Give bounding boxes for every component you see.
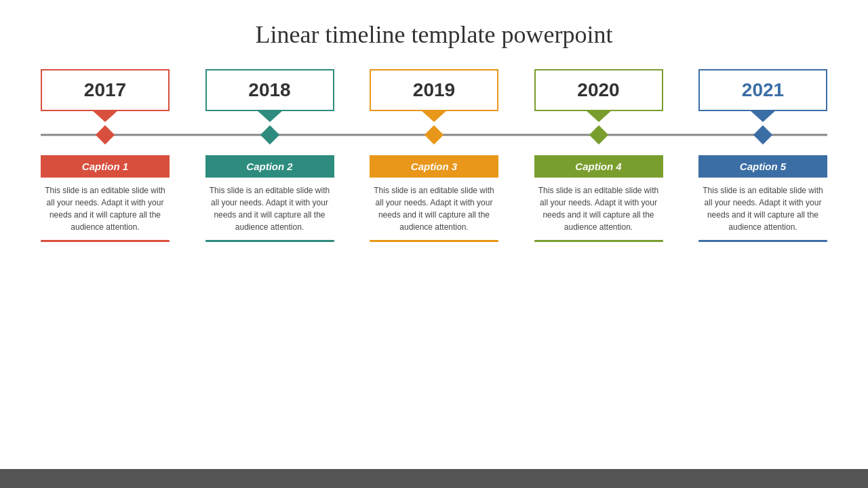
diamond-3 — [425, 125, 443, 144]
caption-row: Caption 1 This slide is an editable slid… — [27, 155, 841, 242]
year-box-4: 2020 — [534, 69, 663, 111]
caption-underline-2 — [205, 240, 334, 242]
caption-header-2: Caption 2 — [205, 155, 334, 178]
year-box-3: 2019 — [370, 69, 498, 111]
caption-underline-1 — [41, 240, 170, 242]
diamond-1 — [96, 125, 115, 144]
caption-body-1: This slide is an editable slide with all… — [41, 184, 170, 233]
year-label-3: 2019 — [413, 79, 455, 101]
caption-body-2: This slide is an editable slide with all… — [205, 184, 334, 233]
year-banners-row: 2017 2018 2019 2020 2021 — [27, 69, 841, 111]
diamond-2 — [260, 125, 279, 144]
footer-bar — [0, 469, 868, 488]
diamond-row — [41, 128, 827, 142]
year-banner-5: 2021 — [698, 69, 827, 111]
timeline-area: 2017 2018 2019 2020 2021 — [27, 69, 841, 455]
caption-body-4: This slide is an editable slide with all… — [534, 184, 663, 233]
caption-body-3: This slide is an editable slide with all… — [370, 184, 498, 233]
caption-header-3: Caption 3 — [370, 155, 498, 178]
timeline-line-row — [27, 125, 841, 145]
diamond-wrapper-3 — [370, 128, 498, 142]
caption-header-1: Caption 1 — [41, 155, 170, 178]
diamond-5 — [753, 125, 772, 144]
year-banner-1: 2017 — [41, 69, 170, 111]
caption-card-1: Caption 1 This slide is an editable slid… — [41, 155, 170, 242]
caption-underline-4 — [534, 240, 663, 242]
caption-card-3: Caption 3 This slide is an editable slid… — [370, 155, 498, 242]
caption-header-5: Caption 5 — [698, 155, 827, 178]
caption-underline-5 — [698, 240, 827, 242]
caption-body-5: This slide is an editable slide with all… — [698, 184, 827, 233]
year-label-5: 2021 — [742, 79, 784, 101]
caption-card-2: Caption 2 This slide is an editable slid… — [205, 155, 334, 242]
caption-header-4: Caption 4 — [534, 155, 663, 178]
caption-card-4: Caption 4 This slide is an editable slid… — [534, 155, 663, 242]
year-banner-4: 2020 — [534, 69, 663, 111]
year-label-4: 2020 — [577, 79, 619, 101]
diamond-4 — [589, 125, 608, 144]
diamond-wrapper-1 — [41, 128, 170, 142]
slide-content: Linear timeline template powerpoint 2017… — [0, 0, 868, 469]
diamond-wrapper-4 — [534, 128, 663, 142]
year-box-2: 2018 — [205, 69, 334, 111]
diamond-wrapper-5 — [698, 128, 827, 142]
year-label-2: 2018 — [248, 79, 290, 101]
year-banner-2: 2018 — [205, 69, 334, 111]
slide-title: Linear timeline template powerpoint — [27, 20, 841, 49]
year-label-1: 2017 — [84, 79, 126, 101]
caption-underline-3 — [370, 240, 498, 242]
year-banner-3: 2019 — [370, 69, 498, 111]
year-box-1: 2017 — [41, 69, 170, 111]
diamond-wrapper-2 — [205, 128, 334, 142]
caption-card-5: Caption 5 This slide is an editable slid… — [698, 155, 827, 242]
year-box-5: 2021 — [698, 69, 827, 111]
